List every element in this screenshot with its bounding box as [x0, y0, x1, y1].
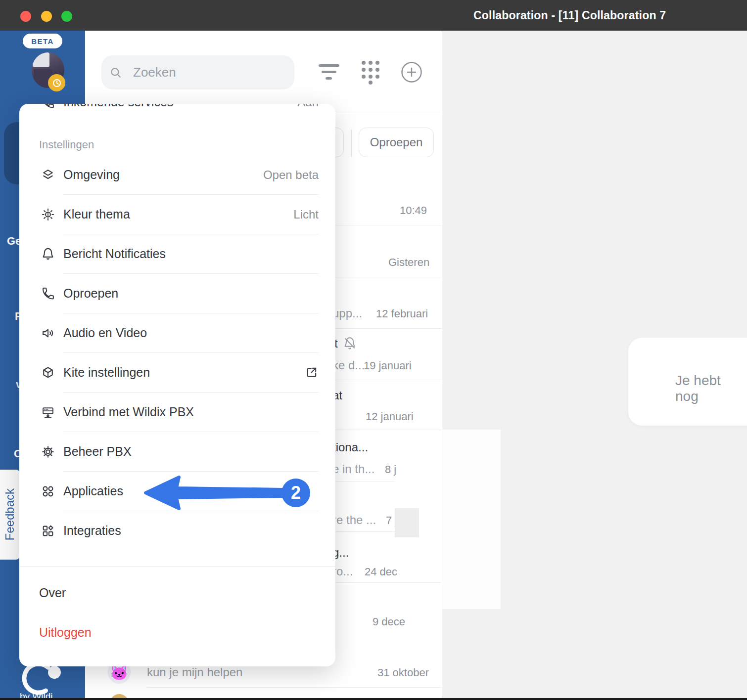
tab-calls-label: Oproepen [370, 135, 423, 149]
window-titlebar: Collaboration - [11] Collaboration 7 [0, 0, 747, 31]
menu-item-label: Inkomende services [63, 104, 173, 109]
annotation-step-number: 2 [291, 482, 301, 503]
chat-row-time[interactable]: 19 januari [364, 359, 412, 372]
tab-calls[interactable]: Oproepen [359, 128, 434, 157]
menu-item-verbind-pbx[interactable]: Verbind met Wildix PBX [19, 398, 335, 426]
menu-item-audio-video[interactable]: Audio en Video [19, 319, 335, 347]
external-link-icon [305, 365, 319, 379]
menu-item-label: Bericht Notificaties [63, 247, 166, 261]
apps-grid-icon [41, 484, 55, 498]
chat-row-title[interactable]: tiona... [332, 440, 368, 454]
chat-row-preview[interactable]: kun je mijn helpen [147, 665, 242, 679]
layers-icon [41, 168, 55, 182]
menu-item-label: Kleur thema [63, 207, 130, 221]
menu-item-over[interactable]: Over [39, 586, 66, 600]
search-bar[interactable] [101, 55, 294, 89]
row-divider [335, 582, 442, 583]
menu-item-omgeving[interactable]: Omgeving Open beta [19, 161, 335, 189]
menu-item-uitloggen[interactable]: Uitloggen [39, 625, 92, 640]
menu-item-kleur-thema[interactable]: Kleur thema Licht [19, 201, 335, 228]
menu-item-label: Oproepen [63, 286, 118, 301]
chat-row-time[interactable]: 9 dece [373, 615, 405, 628]
app-window: Je hebt nog Oproepen [0, 0, 747, 700]
chat-row-preview[interactable]: re the ... [332, 513, 376, 527]
row-divider [335, 481, 395, 481]
filter-icon[interactable] [318, 63, 340, 80]
brightness-icon [41, 208, 55, 221]
settings-menu: Inkomende services Aan Instellingen Omge… [19, 104, 335, 666]
chat-row-time[interactable]: 10:49 [400, 204, 427, 217]
menu-item-value: Licht [293, 208, 319, 221]
away-status-badge [48, 74, 65, 91]
chat-row-time[interactable]: 8 j [385, 463, 396, 476]
menu-item-label: Integraties [63, 524, 121, 538]
menu-item-kite-instellingen[interactable]: Kite instellingen [19, 359, 335, 387]
annotation-arrow: 2 [142, 474, 313, 512]
chat-row-preview[interactable]: ro... [332, 565, 353, 578]
panel-overlap [442, 430, 501, 609]
chat-row-preview[interactable]: upp... [332, 306, 362, 320]
empty-state-message: Je hebt nog [675, 373, 747, 404]
zoom-window-button[interactable] [61, 11, 72, 22]
package-icon [41, 366, 55, 380]
row-divider [147, 687, 442, 688]
close-window-button[interactable] [20, 11, 31, 22]
menu-item-label: Omgeving [63, 168, 120, 182]
search-input[interactable] [132, 64, 271, 81]
list-content-divider [442, 31, 442, 700]
menu-item-integraties[interactable]: Integraties [19, 517, 335, 545]
menu-item-label: Applicaties [63, 484, 123, 498]
menu-item-label: Kite instellingen [63, 365, 150, 380]
beta-badge: BETA [23, 34, 62, 48]
image-thumbnail[interactable] [395, 508, 419, 537]
muted-bell-icon [343, 337, 357, 350]
menu-item-beheer-pbx[interactable]: Beheer PBX [19, 438, 335, 466]
menu-item-bericht-notificaties[interactable]: Bericht Notificaties [19, 240, 335, 268]
integrations-icon [41, 524, 55, 538]
menu-item-value: Open beta [263, 168, 319, 182]
chat-row-time[interactable]: 12 januari [366, 410, 414, 423]
menu-item-value: Aan [297, 104, 319, 109]
chat-row-preview[interactable]: ke d... [332, 358, 365, 372]
menu-item-label: Audio en Video [63, 326, 147, 340]
row-divider [335, 531, 395, 532]
feedback-label: Feedback [3, 488, 17, 540]
menu-section-header: Instellingen [39, 138, 94, 151]
search-icon [109, 66, 122, 79]
chat-row-preview[interactable]: e in th... [332, 462, 374, 476]
chat-row-time[interactable]: 24 dec [365, 566, 397, 578]
speaker-icon [41, 326, 55, 340]
bell-icon [41, 247, 55, 261]
pbx-server-icon [41, 405, 55, 419]
chat-row-time[interactable]: 31 oktober [377, 666, 429, 679]
feedback-tab[interactable]: Feedback [0, 470, 20, 560]
dialpad-icon[interactable] [360, 59, 381, 85]
window-title: Collaboration - [11] Collaboration 7 [473, 9, 666, 22]
clock-icon [52, 78, 62, 88]
phone-icon [41, 287, 55, 301]
minimize-window-button[interactable] [41, 11, 52, 22]
tab-separator [351, 130, 352, 157]
chat-row-time[interactable]: 12 februari [376, 307, 428, 320]
menu-item-label: Verbind met Wildix PBX [63, 405, 194, 419]
menu-item-oproepen[interactable]: Oproepen [19, 280, 335, 307]
window-bottom-edge [0, 698, 747, 700]
gear-icon [41, 445, 55, 459]
chat-row-time[interactable]: Gisteren [388, 256, 429, 269]
add-chat-icon[interactable] [401, 62, 422, 83]
menu-item-inkomende-services[interactable]: Inkomende services Aan [19, 104, 335, 116]
incoming-call-icon [41, 104, 55, 109]
menu-item-label: Beheer PBX [63, 444, 132, 459]
